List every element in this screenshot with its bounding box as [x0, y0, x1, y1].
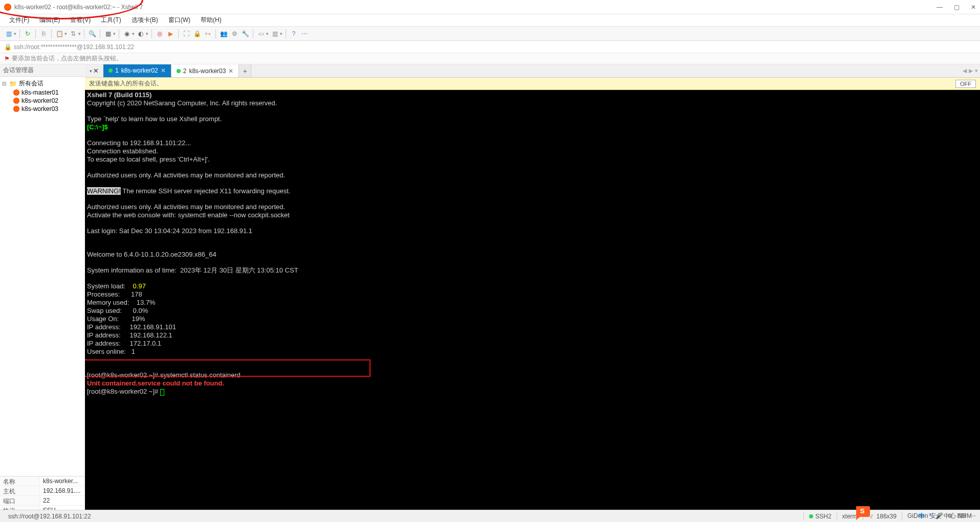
- terminal-prompt: [C:\~]$: [87, 123, 110, 131]
- tree-item[interactable]: k8s-master01: [2, 88, 83, 97]
- tools-icon[interactable]: 🔧: [241, 29, 250, 38]
- session-icon: [13, 89, 19, 96]
- terminal-line: Last login: Sat Dec 30 13:04:24 2023 fro…: [87, 227, 252, 235]
- search-icon[interactable]: 🔍: [88, 29, 97, 38]
- menu-view[interactable]: 查看(V): [66, 15, 95, 26]
- info-bar: ⚑ 要添加当前会话，点击左侧的箭头按钮。: [0, 53, 980, 64]
- tab-k8s-worker03[interactable]: 2 k8s-worker03 ✕: [171, 64, 239, 77]
- maximize-button[interactable]: ▢: [954, 4, 960, 11]
- color-icon[interactable]: ◐: [136, 29, 145, 38]
- tray-more-icon[interactable]: ⋯: [970, 512, 976, 519]
- tab-next-icon[interactable]: ▶: [969, 67, 973, 74]
- close-all-icon[interactable]: ✕: [93, 67, 99, 75]
- copy-icon[interactable]: ⎘: [39, 29, 48, 38]
- stat-value: 13.7%: [137, 299, 156, 306]
- flag-icon: ⚑: [4, 55, 10, 62]
- tray-settings-icon[interactable]: ⚙: [947, 512, 953, 519]
- stat-value: 172.17.0.1: [130, 339, 161, 347]
- address-bar[interactable]: 🔒 ssh://root:***************@192.168.91.…: [0, 41, 980, 53]
- terminal-line: Copyright (c) 2020 NetSarang Computer, I…: [87, 99, 277, 107]
- address-text: ssh://root:***************@192.168.91.10…: [14, 43, 134, 51]
- prop-label: 主机: [0, 486, 40, 495]
- session-tree[interactable]: ⊟ 📁 所有会话 k8s-master01 k8s-worker02 k8s-w…: [0, 77, 85, 476]
- status-bar: ssh://root@192.168.91.101:22 SSH2 xterm …: [0, 510, 980, 522]
- tab-nav: ◀ ▶ ▾: [963, 64, 978, 77]
- window-controls: — ▢ ✕: [937, 4, 976, 11]
- transfer-icon[interactable]: ⇅: [69, 29, 78, 38]
- session-manager-title: 会话管理器: [0, 64, 85, 77]
- session-icon: [13, 106, 19, 112]
- banner-off-button[interactable]: OFF: [955, 80, 976, 88]
- menu-window[interactable]: 窗口(W): [164, 15, 194, 26]
- chevron-down-icon: ▾: [90, 69, 92, 74]
- tab-menu-icon[interactable]: ▾: [975, 67, 978, 74]
- tree-item[interactable]: k8s-worker02: [2, 97, 83, 105]
- tree-item-label: k8s-worker02: [21, 97, 58, 104]
- paste-icon[interactable]: 📋: [55, 29, 64, 38]
- tree-root[interactable]: ⊟ 📁 所有会话: [2, 79, 83, 88]
- prop-value: k8s-worker...: [40, 476, 85, 486]
- fullscreen-icon[interactable]: ⛶: [182, 29, 191, 38]
- about-icon[interactable]: ⋯: [300, 29, 309, 38]
- stat-value: 178: [131, 290, 142, 298]
- close-tab-icon[interactable]: ✕: [161, 67, 166, 74]
- key-icon[interactable]: 🗝: [203, 29, 212, 38]
- tray-keyboard-icon[interactable]: ⌨: [957, 512, 966, 519]
- session-manager-panel: 会话管理器 ⊟ 📁 所有会话 k8s-master01 k8s-worker02…: [0, 64, 85, 522]
- terminal-line: Connecting to 192.168.91.101:22...: [87, 139, 191, 147]
- tree-item-label: k8s-worker03: [21, 105, 58, 112]
- prop-value: 22: [40, 496, 85, 505]
- terminal-line: Authorized users only. All activities ma…: [87, 203, 285, 211]
- expand-icon[interactable]: ⊟: [2, 81, 7, 86]
- stop-icon[interactable]: ▶: [166, 29, 175, 38]
- session-icon: [13, 98, 19, 104]
- font-icon[interactable]: ◉: [122, 29, 132, 38]
- tab-dropdown-button[interactable]: ▾ ✕: [85, 64, 103, 77]
- layout2-icon[interactable]: ▥: [270, 29, 279, 38]
- status-dot-icon: [177, 69, 181, 73]
- new-session-icon[interactable]: ▥: [4, 29, 13, 38]
- add-tab-button[interactable]: +: [239, 64, 251, 77]
- tab-label: k8s-worker02: [121, 67, 158, 74]
- prop-label: 端口: [0, 496, 40, 505]
- stat-value: 0.0%: [133, 307, 148, 314]
- lock-icon[interactable]: 🔒: [192, 29, 202, 38]
- tree-item[interactable]: k8s-worker03: [2, 105, 83, 113]
- terminal-prompt: [root@k8s-worker02 ~]#: [87, 388, 160, 395]
- layout1-icon[interactable]: ▭: [256, 29, 266, 38]
- ssl-lock-icon: 🔒: [4, 43, 12, 51]
- menu-help[interactable]: 帮助(H): [197, 15, 226, 26]
- reconnect-icon[interactable]: ↻: [23, 29, 32, 38]
- highlight-icon[interactable]: ▦: [103, 29, 113, 38]
- stat-key: IP address:: [87, 331, 130, 339]
- cursor-icon: [160, 389, 164, 396]
- stat-key: System load:: [87, 282, 133, 290]
- tray-mic-icon[interactable]: 🎤: [935, 512, 943, 519]
- close-button[interactable]: ✕: [971, 4, 976, 11]
- tab-prev-icon[interactable]: ◀: [963, 67, 967, 74]
- menu-tab[interactable]: 选项卡(B): [127, 15, 162, 26]
- status-ssh: SSH2: [803, 513, 836, 520]
- help-icon[interactable]: ?: [289, 29, 298, 38]
- people-icon[interactable]: 👥: [219, 29, 228, 38]
- minimize-button[interactable]: —: [937, 4, 943, 11]
- tab-k8s-worker02[interactable]: 1 k8s-worker02 ✕: [103, 64, 171, 77]
- terminal[interactable]: Xshell 7 (Build 0115) Copyright (c) 2020…: [85, 90, 980, 522]
- stat-value: 192.168.91.101: [130, 323, 176, 331]
- tray-icon[interactable]: ⁹: [929, 512, 931, 519]
- stat-value: 192.168.122.1: [130, 331, 172, 339]
- terminal-line: System information as of time: 2023年 12月…: [87, 266, 298, 274]
- prop-value: 192.168.91....: [40, 486, 85, 495]
- settings-icon[interactable]: ⚙: [230, 29, 239, 38]
- ime-cn-icon[interactable]: 中: [919, 512, 925, 520]
- menu-edit[interactable]: 编辑(E): [35, 15, 64, 26]
- stat-key: Users online:: [87, 348, 132, 355]
- stat-value: 1: [132, 348, 135, 355]
- tabs-row: ▾ ✕ 1 k8s-worker02 ✕ 2 k8s-worker03 ✕ + …: [85, 64, 980, 78]
- stat-key: Usage On:: [87, 315, 132, 323]
- close-tab-icon[interactable]: ✕: [228, 67, 233, 75]
- terminal-warning-badge: WARNING!: [87, 187, 121, 195]
- record-icon[interactable]: ◎: [155, 29, 164, 38]
- menu-file[interactable]: 文件(F): [5, 15, 33, 26]
- menu-tools[interactable]: 工具(T): [97, 15, 125, 26]
